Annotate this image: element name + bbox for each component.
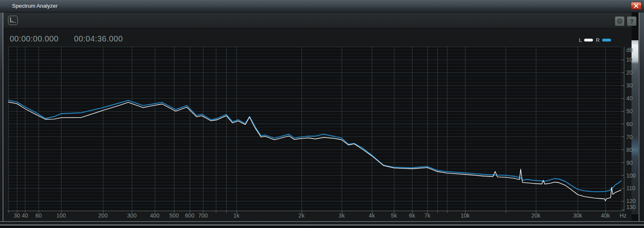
y-tick-label: 110 [626,185,636,191]
x-tick-label: 100 [56,212,66,219]
y-tick-label: 70 [626,134,633,140]
x-tick-label: 1k [234,212,240,219]
x-tick-label: 600 [185,212,195,219]
y-tick-label: 40 [626,95,633,102]
x-tick-label: 60 [35,212,42,219]
x-tick-label: 30k [573,212,583,219]
x-tick-label: 500 [169,212,179,219]
x-tick-label: 40 [22,212,28,219]
y-tick-label: 30 [626,82,633,89]
x-tick-label: 20k [531,212,541,219]
x-tick-label: 7k [425,212,431,219]
y-tick-label: 120 [626,198,636,204]
x-tick-label: 10k [461,212,470,219]
y-tick-label: 10 [626,56,633,63]
x-tick-label: 300 [127,212,137,219]
plot-background [8,47,621,211]
y-axis-unit-label: dB [626,47,633,53]
spectrum-analyzer-window: Spectrum Analyzer ⚙ ? [0,0,644,228]
y-tick-label: 130 [626,204,636,210]
y-tick-label: 60 [626,121,633,127]
x-tick-label: 6k [409,212,416,219]
y-tick-label: 50 [626,108,633,114]
y-tick-label: 100 [626,172,636,179]
x-tick-label: 2k [299,212,305,219]
y-tick-label: 90 [626,160,633,166]
x-axis-unit-label: Hz [619,212,626,219]
y-tick-label: 20 [626,69,633,76]
x-tick-label: 30 [14,212,20,219]
y-tick-label: 80 [626,147,633,153]
x-tick-label: 700 [198,212,208,219]
spectrum-plot[interactable]: 3040601002003004005006007001k2k3k4k5k6k7… [0,0,644,228]
x-tick-label: 3k [339,212,345,219]
x-tick-label: 5k [391,212,398,219]
x-tick-label: 40k [601,212,611,219]
x-tick-label: 400 [150,212,160,219]
x-tick-label: 4k [369,212,375,219]
x-tick-label: 200 [98,212,108,219]
